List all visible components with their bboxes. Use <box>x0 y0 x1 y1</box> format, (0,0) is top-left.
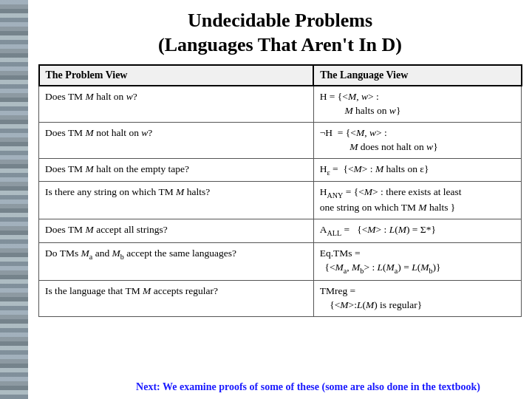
language-cell: HANY = {<M> : there exists at least one … <box>313 182 521 219</box>
table-row: Does TM M halt on the empty tape? Hε = {… <box>39 158 522 182</box>
language-cell: Hε = {<M> : M halts on ε} <box>313 158 521 182</box>
decorative-left-strip <box>0 0 28 399</box>
main-table: The Problem View The Language View Does … <box>38 64 522 317</box>
table-row: Is there any string on which TM M halts?… <box>39 182 522 219</box>
language-cell: ¬H = {<M, w> : M does not halt on w} <box>313 122 521 158</box>
footer-label: Next: We examine proofs of some of these… <box>136 381 480 392</box>
language-cell: TMreg = {<M>:L(M) is regular} <box>313 280 521 316</box>
problem-cell: Does TM M not halt on w? <box>39 122 314 158</box>
content-area: Undecidable Problems (Languages That Are… <box>28 0 532 399</box>
col-header-problem: The Problem View <box>39 65 314 86</box>
language-cell: Eq.TMs = {<Ma, Mb> : L(Ma) = L(Mb)} <box>313 243 521 281</box>
language-cell: H = {<M, w> : M halts on w} <box>313 86 521 122</box>
col-header-language: The Language View <box>313 65 521 86</box>
problem-cell: Do TMs Ma and Mb accept the same languag… <box>39 243 314 281</box>
slide-title: Undecidable Problems (Languages That Are… <box>28 0 532 64</box>
problem-cell: Does TM M halt on the empty tape? <box>39 158 314 182</box>
table-row: Is the language that TM M accepts regula… <box>39 280 522 316</box>
problem-cell: Does TM M halt on w? <box>39 86 314 122</box>
title-line2: (Languages That Aren't In D) <box>35 33 525 58</box>
title-line1: Undecidable Problems <box>35 9 525 33</box>
problem-cell: Is the language that TM M accepts regula… <box>39 280 314 316</box>
table-row: Does TM M halt on w? H = {<M, w> : M hal… <box>39 86 522 122</box>
footer-text: Next: We examine proofs of some of these… <box>56 381 532 393</box>
problem-cell: Does TM M accept all strings? <box>39 219 314 243</box>
table-row: Does TM M not halt on w? ¬H = {<M, w> : … <box>39 122 522 158</box>
table-row: Does TM M accept all strings? AALL = {<M… <box>39 219 522 243</box>
table-row: Do TMs Ma and Mb accept the same languag… <box>39 243 522 281</box>
language-cell: AALL = {<M> : L(M) = Σ*} <box>313 219 521 243</box>
problem-cell: Is there any string on which TM M halts? <box>39 182 314 219</box>
